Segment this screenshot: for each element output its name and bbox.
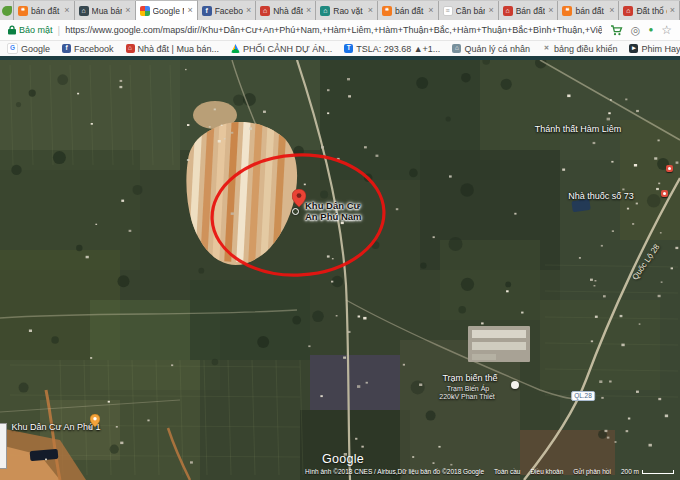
tab-title: bán đất vũ	[31, 6, 61, 16]
tab-b-n-t-x[interactable]: ❝bán đất xã×	[378, 1, 439, 20]
bookmark-phim-hay-phim-h[interactable]: ►Phim Hay | Phim H...	[629, 44, 680, 54]
tab-partial-0[interactable]	[0, 1, 14, 20]
bookmark-tsla-293-68-1[interactable]: TTSLA: 293.68 ▲+1...	[344, 44, 440, 54]
bookmark-qu-n-l-c-nh-n[interactable]: ⌂Quản lý cá nhân	[452, 44, 530, 54]
flame-orange-icon: ❝	[562, 6, 572, 16]
tab-close-icon[interactable]: ×	[187, 6, 192, 15]
map-label-th-nh-th-t-h-m-li-m: Thánh thất Hàm Liêm	[535, 124, 622, 134]
leaf-icon	[2, 6, 12, 16]
page-icon: ≡	[443, 6, 453, 16]
satellite-map-canvas[interactable]: Thánh thất Hàm LiêmNhà thuốc số 73Trạm b…	[0, 60, 680, 480]
security-chip[interactable]: Bảo mật	[8, 25, 53, 35]
toolbar-icons: ◎ ● ☆	[610, 24, 672, 36]
tab-close-icon[interactable]: ×	[64, 6, 69, 15]
attribution-text: Hình ảnh ©2018 CNES / Airbus,Dữ liệu bản…	[305, 468, 484, 475]
target-extension-icon[interactable]: ◎	[631, 25, 641, 36]
bookmark-label: TSLA: 293.68 ▲+1...	[356, 44, 440, 54]
bookmark-label: PHỐI CẢNH DỰ ÁN...	[243, 44, 332, 54]
tab-b-n-t-h[interactable]: ❝bán đất hà×	[558, 1, 619, 20]
tab-rao-v-t-nh[interactable]: ⌂Rao vặt nh×	[316, 1, 378, 20]
bookmark-label: bảng điều khiển	[554, 44, 618, 54]
destination-label[interactable]: Khu Dân Cư An Phú Nam	[305, 200, 361, 223]
google-watermark: Google	[322, 452, 364, 466]
tab-title: bán đất xã	[395, 6, 425, 16]
house-gray-icon: ⌂	[452, 44, 461, 53]
scale-bar: 200 m	[621, 468, 674, 475]
drive-icon	[231, 44, 240, 53]
map-label-khu-d-n-c-an-ph-1: Khu Dân Cư An Phú 1	[11, 422, 100, 432]
house-red-icon: ⌂	[126, 44, 135, 53]
tab-title: Mua bán n	[92, 6, 123, 16]
flame-orange-icon: ❝	[382, 6, 392, 16]
tab-strip: ❝bán đất vũ×⌂Mua bán n×Google Ma×fFacebo…	[0, 0, 680, 20]
tab-t-th-c[interactable]: ⌂Đất thổ cư×	[619, 1, 680, 20]
house-red-icon: ⌂	[503, 6, 513, 16]
tab-title: Facebook	[215, 6, 243, 16]
attribution-links: Toàn cầuĐiều khoảnGửi phản hồi	[494, 468, 611, 475]
omnibox-separator: |	[58, 25, 61, 36]
bookmark-label: Nhà đất | Mua bán...	[138, 44, 219, 54]
tab-title: Cần bán đ	[456, 6, 486, 16]
tab-close-icon[interactable]: ×	[609, 6, 614, 15]
facebook-icon: f	[202, 6, 212, 16]
tab-facebook[interactable]: fFacebook×	[198, 1, 257, 20]
poi-red-icon[interactable]	[661, 190, 668, 197]
satellite-imagery	[0, 60, 680, 480]
tab-title: Bán đất th	[516, 6, 546, 16]
bookmark-star-icon[interactable]: ☆	[661, 24, 672, 36]
tab-b-n-t-v[interactable]: ❝bán đất vũ×	[14, 1, 75, 20]
tab-b-n-t-th[interactable]: ⌂Bán đất th×	[499, 1, 559, 20]
route-point-ring-icon[interactable]	[292, 208, 299, 215]
url-text[interactable]: https://www.google.com/maps/dir//Khu+Dân…	[65, 25, 602, 35]
google-g-icon: G	[7, 43, 18, 54]
tab-close-icon[interactable]: ×	[548, 6, 553, 15]
tab-close-icon[interactable]: ×	[428, 6, 433, 15]
tab-close-icon[interactable]: ×	[488, 6, 493, 15]
chart-blue-icon: T	[344, 44, 353, 53]
tab-close-icon[interactable]: ×	[125, 6, 130, 15]
house-teal-icon: ⌂	[320, 6, 330, 16]
destination-pin-icon[interactable]	[292, 189, 306, 207]
bookmarks-bar: GGooglefFacebook⌂Nhà đất | Mua bán...PHỐ…	[0, 41, 680, 56]
tab-title: Google Ma	[153, 6, 185, 16]
tab-close-icon[interactable]: ×	[670, 6, 675, 15]
poi-red-icon[interactable]	[666, 165, 673, 172]
bookmark-nh-t-mua-b-n[interactable]: ⌂Nhà đất | Mua bán...	[126, 44, 219, 54]
address-bar[interactable]: Bảo mật | https://www.google.com/maps/di…	[0, 20, 680, 41]
tab-close-icon[interactable]: ×	[368, 6, 373, 15]
panel-edge-sliver	[0, 423, 7, 469]
map-label-tr-m-bi-n-th: Trạm biến thế	[442, 373, 497, 383]
cart-extension-icon[interactable]	[610, 25, 623, 36]
poi-substation-icon[interactable]	[511, 381, 519, 389]
house-red-icon: ⌂	[260, 6, 270, 16]
tab-close-icon[interactable]: ×	[306, 6, 311, 15]
facebook-icon: f	[62, 44, 71, 53]
attribution-link-g-i-ph-n-h-i[interactable]: Gửi phản hồi	[573, 468, 611, 475]
poi-orange-pin-icon[interactable]	[90, 414, 100, 427]
tab-title: bán đất hà	[575, 6, 606, 16]
bookmark-label: Phim Hay | Phim H...	[641, 44, 680, 54]
map-label-220kv-phan-thi-t: 220kV Phan Thiết	[439, 393, 495, 400]
attribution-link-i-u-kho-n[interactable]: Điều khoản	[530, 468, 563, 475]
tab-mua-b-n-n[interactable]: ⌂Mua bán n×	[75, 1, 136, 20]
bookmark-facebook[interactable]: fFacebook	[62, 44, 114, 54]
bookmark-ph-i-c-nh-d-n[interactable]: PHỐI CẢNH DỰ ÁN...	[231, 44, 332, 54]
tab-nh-t-t[interactable]: ⌂Nhà đất | t×	[256, 1, 316, 20]
map-label-tr-m-bi-n-p: Trạm Biến Áp	[447, 385, 490, 392]
bookmark-label: Google	[21, 44, 50, 54]
tab-title: Rao vặt nh	[333, 6, 364, 16]
map-label-nh-thu-c-s-73: Nhà thuốc số 73	[568, 191, 634, 201]
tab-title: Nhà đất | t	[273, 6, 303, 16]
bookmark-google[interactable]: GGoogle	[7, 43, 50, 54]
bookmark-label: Facebook	[74, 44, 114, 54]
tab-c-n-b-n[interactable]: ≡Cần bán đ×	[439, 1, 499, 20]
bookmark-b-ng-i-u-khi-n[interactable]: ✕bảng điều khiển	[542, 44, 618, 54]
tab-title: Đất thổ cư	[636, 6, 666, 16]
green-dot-extension-icon[interactable]: ●	[648, 26, 653, 34]
security-label: Bảo mật	[19, 25, 53, 35]
tab-close-icon[interactable]: ×	[246, 6, 251, 15]
scale-line	[642, 470, 674, 474]
tab-google-ma[interactable]: Google Ma×	[136, 0, 198, 20]
attribution-link-to-n-c-u[interactable]: Toàn cầu	[494, 468, 520, 475]
scale-label: 200 m	[621, 468, 639, 475]
